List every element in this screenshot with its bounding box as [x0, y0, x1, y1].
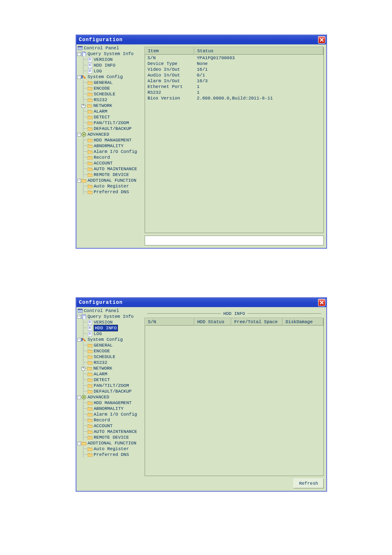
tree-item-log[interactable]: LOG	[77, 331, 142, 337]
collapse-icon[interactable]: -	[77, 338, 81, 342]
tree-item-record[interactable]: Record	[77, 417, 142, 423]
tree-root[interactable]: Control Panel	[77, 308, 142, 314]
tree-item-abnormality[interactable]: ABNORMALITY	[77, 406, 142, 412]
tree-item-detect[interactable]: DETECT	[77, 114, 142, 120]
collapse-icon[interactable]: -	[77, 179, 81, 183]
tree-item-general[interactable]: GENERAL	[77, 342, 142, 348]
column-hdd-status[interactable]: HDD Status	[194, 318, 231, 326]
column-free-total[interactable]: Free/Total Space	[231, 318, 283, 326]
tree-item-preferred-dns[interactable]: Preferred DNS	[77, 189, 142, 195]
tree-item-alarm[interactable]: ALARM	[77, 109, 142, 114]
table-row[interactable]: Alarm In/Out16/3	[145, 79, 323, 84]
tree-item-hdd-info[interactable]: HDD INFO	[77, 62, 142, 68]
tree-additional-function[interactable]: -ADDTIONAL FUNCTION	[77, 440, 142, 446]
expand-icon[interactable]: +	[81, 104, 85, 108]
close-icon	[320, 301, 324, 305]
tree-system-config[interactable]: -System Config	[77, 74, 142, 80]
collapse-icon[interactable]: -	[77, 442, 81, 445]
tree-item-remote-device[interactable]: REMOTE DEVICE	[77, 435, 142, 440]
svg-rect-17	[81, 338, 83, 341]
tree-system-config[interactable]: -System Config	[77, 337, 142, 342]
column-sn[interactable]: S/N	[145, 318, 194, 326]
close-button[interactable]	[318, 36, 325, 44]
table-row[interactable]: Audio In/Out0/1	[145, 73, 323, 79]
configuration-window-hddinfo: Configuration Control Panel -Query Syste…	[76, 297, 327, 492]
svg-rect-4	[88, 57, 92, 62]
tree-item-account[interactable]: ACCOUNT	[77, 423, 142, 429]
tree-item-ptz[interactable]: PAN/TILT/ZOOM	[77, 120, 142, 126]
section-title: HDD INFO	[224, 311, 245, 316]
tree-root[interactable]: Control Panel	[77, 45, 142, 51]
tree-item-account[interactable]: ACCOUNT	[77, 160, 142, 166]
tree-item-version[interactable]: VERSION	[77, 319, 142, 325]
navigation-tree[interactable]: Control Panel -Query System Info VERSION…	[76, 307, 142, 491]
tree-advanced[interactable]: -ADVANCED	[77, 394, 142, 400]
tree-advanced[interactable]: -ADVANCED	[77, 132, 142, 137]
tree-item-remote-device[interactable]: REMOTE DEVICE	[77, 172, 142, 178]
tree-item-rs232[interactable]: RS232	[77, 97, 142, 103]
close-button[interactable]	[318, 299, 325, 306]
table-header: S/N HDD Status Free/Total Space DiskDama…	[145, 318, 323, 326]
svg-rect-11	[78, 309, 83, 310]
expand-icon[interactable]: +	[81, 367, 85, 370]
tree-item-network[interactable]: +NETWORK	[77, 103, 142, 109]
tree-item-hdd-info[interactable]: HDD INFO	[77, 325, 142, 331]
column-diskdamage[interactable]: DiskDamage	[283, 318, 323, 326]
tree-item-auto-register[interactable]: Auto Register	[77, 183, 142, 189]
tree-item-record[interactable]: Record	[77, 155, 142, 160]
title-bar[interactable]: Configuration	[76, 35, 326, 44]
table-row[interactable]: Device TypeNone	[145, 61, 323, 67]
tree-item-auto-register[interactable]: Auto Register	[77, 446, 142, 452]
refresh-button[interactable]: Refresh	[293, 479, 324, 488]
tree-item-general[interactable]: GENERAL	[77, 80, 142, 86]
tree-item-rs232[interactable]: RS232	[77, 360, 142, 365]
tree-item-alarm-io[interactable]: Alarm I/O Config	[77, 412, 142, 417]
tree-item-version[interactable]: VERSION	[77, 57, 142, 62]
tree-item-network[interactable]: +NETWORK	[77, 365, 142, 371]
table-row[interactable]: Ethernet Port1	[145, 84, 323, 90]
tree-query-system-info[interactable]: -Query System Info	[77, 314, 142, 319]
svg-rect-15	[88, 326, 92, 331]
column-status[interactable]: Status	[194, 47, 323, 55]
window-title: Configuration	[77, 300, 123, 305]
table-row[interactable]: Video In/Out16/1	[145, 67, 323, 73]
collapse-icon[interactable]: -	[77, 133, 81, 136]
table-row[interactable]: RS2321	[145, 90, 323, 96]
window-title: Configuration	[77, 37, 123, 43]
collapse-icon[interactable]: -	[77, 315, 81, 319]
tree-query-system-info[interactable]: - Query System Info	[77, 51, 142, 57]
tree-item-encode[interactable]: ENCODE	[77, 348, 142, 354]
tree-item-alarm[interactable]: ALARM	[77, 371, 142, 377]
tree-item-ptz[interactable]: PAN/TILT/ZOOM	[77, 383, 142, 388]
title-bar[interactable]: Configuration	[76, 298, 326, 307]
tree-item-hdd-management[interactable]: HDD MANAGEMENT	[77, 400, 142, 406]
tree-item-preferred-dns[interactable]: Preferred DNS	[77, 452, 142, 458]
collapse-icon[interactable]: -	[77, 75, 81, 79]
tree-item-default-backup[interactable]: DEFAULT/BACKUP	[77, 388, 142, 394]
navigation-tree[interactable]: Control Panel - Query System Info VERSIO…	[76, 44, 142, 248]
tree-item-auto-maintenance[interactable]: AUTO MAINTENANCE	[77, 166, 142, 172]
tree-item-hdd-management[interactable]: HDD MANAGEMENT	[77, 137, 142, 143]
collapse-icon[interactable]: -	[77, 395, 81, 399]
tree-item-encode[interactable]: ENCODE	[77, 86, 142, 91]
tree-item-schedule[interactable]: SCHEDULE	[77, 354, 142, 360]
tree-item-abnormality[interactable]: ABNORMALITY	[77, 143, 142, 149]
collapse-icon[interactable]: -	[77, 52, 81, 56]
hdd-table: S/N HDD Status Free/Total Space DiskDama…	[145, 318, 324, 476]
svg-rect-5	[88, 63, 92, 68]
tree-item-alarm-io[interactable]: Alarm I/O Config	[77, 149, 142, 155]
status-input[interactable]	[145, 236, 324, 245]
table-row[interactable]: Bios Version2.608.0000.0,Build:2011-8-11	[145, 96, 323, 102]
tree-item-default-backup[interactable]: DEFAULT/BACKUP	[77, 126, 142, 132]
column-item[interactable]: Item	[145, 47, 194, 55]
table-row[interactable]: S/NYPA1FQ01700063	[145, 56, 323, 61]
tree-item-auto-maintenance[interactable]: AUTO MAINTENANCE	[77, 429, 142, 435]
section-title-row: HDD INFO	[145, 311, 324, 316]
tree-item-schedule[interactable]: SCHEDULE	[77, 91, 142, 97]
svg-rect-16	[88, 331, 92, 336]
tree-item-log[interactable]: LOG	[77, 68, 142, 74]
svg-point-9	[83, 134, 85, 135]
tree-additional-function[interactable]: -ADDTIONAL FUNCTION	[77, 178, 142, 183]
tree-item-detect[interactable]: DETECT	[77, 377, 142, 383]
svg-point-19	[83, 397, 85, 398]
